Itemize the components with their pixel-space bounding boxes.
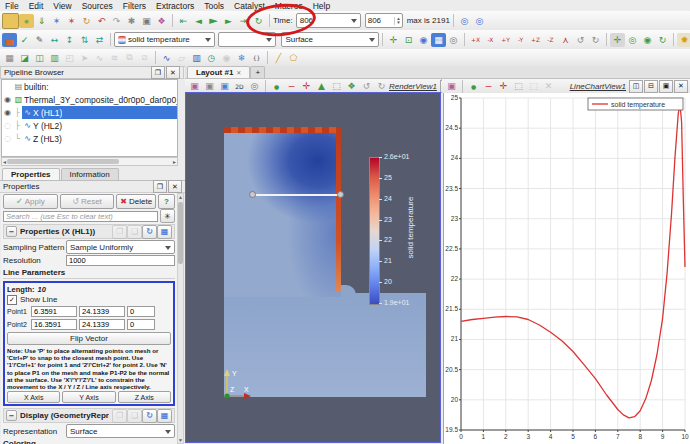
set-view-minus-x-icon[interactable]: -X xyxy=(483,33,498,47)
adjust-camera-icon[interactable]: ▣ xyxy=(187,79,202,93)
group-datasets-icon[interactable]: ⧉ xyxy=(122,51,137,65)
warp-by-vector-icon[interactable]: ≋ xyxy=(107,51,122,65)
pipeline-item[interactable]: ◉├∿X (HL1) xyxy=(2,106,177,119)
select-frustum-icon[interactable]: ▲ xyxy=(314,79,329,93)
save-data-icon[interactable]: ⇓ xyxy=(34,14,49,28)
reset-camera-closest-icon[interactable]: ◉ xyxy=(416,33,431,47)
first-frame-icon[interactable]: ⇤ xyxy=(176,14,191,28)
zoom-closest-to-data-icon[interactable]: ▦ xyxy=(431,33,446,47)
rescale-custom-range-icon[interactable]: ↕ xyxy=(62,33,77,47)
search-input[interactable]: Search ... (use Esc to clear text) xyxy=(3,211,158,222)
settings-icon[interactable]: ✱ xyxy=(124,14,139,28)
extract-subset-icon[interactable]: ◰ xyxy=(62,51,77,65)
programmable-filter-icon[interactable]: {} xyxy=(249,51,264,65)
probe-point2-handle[interactable] xyxy=(337,191,344,198)
headlight-icon[interactable]: ✹ xyxy=(677,33,690,47)
menu-tools[interactable]: Tools xyxy=(199,1,229,11)
toggle-2d-icon[interactable]: 2D xyxy=(232,79,247,93)
float-dock-icon[interactable]: ❐ xyxy=(153,180,167,193)
x-axis-button[interactable]: X Axis xyxy=(7,391,60,403)
paste-properties-icon[interactable]: ❏ xyxy=(127,409,142,423)
menu-catalyst[interactable]: Catalyst xyxy=(229,1,270,11)
previous-frame-icon[interactable]: ◄ xyxy=(191,14,206,28)
interactive-select-icon[interactable]: ❖ xyxy=(344,79,359,93)
zoom-time-in-icon[interactable]: ◎ xyxy=(472,14,487,28)
pipeline-item[interactable]: ◉▧Thermal_3Y_composite_d0r0p0_dar0p0_dm0… xyxy=(2,93,177,106)
edit-colormap-icon[interactable]: ✎ xyxy=(32,33,47,47)
tab-information[interactable]: Information xyxy=(61,168,119,180)
slice-icon[interactable]: ◫ xyxy=(32,51,47,65)
visibility-eye-icon[interactable]: ◌ xyxy=(2,134,13,143)
glyph-icon[interactable]: ➤ xyxy=(77,51,92,65)
reset-defaults-icon[interactable]: ↻ xyxy=(142,409,157,423)
visibility-eye-icon[interactable]: ◉ xyxy=(2,108,13,117)
collapse-icon[interactable]: − xyxy=(6,410,17,421)
point1-x-input[interactable] xyxy=(31,306,77,317)
copy-properties-icon[interactable]: ❐ xyxy=(112,225,127,239)
set-view-plus-y-icon[interactable]: +Y xyxy=(498,33,513,47)
open-file-icon[interactable] xyxy=(2,13,19,29)
load-state-icon[interactable]: ✶ xyxy=(49,14,64,28)
rotate-90-cw-icon[interactable]: ↻ xyxy=(588,33,603,47)
stream-tracer-icon[interactable]: ∿ xyxy=(92,51,107,65)
last-frame-icon[interactable]: ⇥ xyxy=(236,14,251,28)
close-dock-icon[interactable]: ✕ xyxy=(166,66,180,79)
sampling-pattern-combobox[interactable]: Sample Uniformly xyxy=(66,240,175,254)
rescale-temporal-icon[interactable]: ⇅ xyxy=(77,33,92,47)
clear-selection-icon[interactable]: − xyxy=(284,79,299,93)
set-view-plus-z-icon[interactable]: +Z xyxy=(528,33,543,47)
close-dock-icon[interactable]: ✕ xyxy=(168,180,182,193)
point2-x-input[interactable] xyxy=(31,319,77,330)
reset-button[interactable]: ↺ Reset xyxy=(60,194,115,209)
section-display-header[interactable]: − Display (GeometryRepresentation ❐❏↻▦ xyxy=(3,408,175,423)
hover-cells-icon[interactable]: ↻ xyxy=(374,79,389,93)
select-points-on-icon[interactable]: ✛ xyxy=(299,79,314,93)
isometric-view-icon[interactable]: ⋏ xyxy=(558,33,573,47)
point1-z-input[interactable] xyxy=(127,306,155,317)
set-view-plus-x-icon[interactable]: +X xyxy=(468,33,483,47)
show-center-axes-icon[interactable]: ◎ xyxy=(625,33,640,47)
plot-selection-over-time-icon[interactable]: ▱ xyxy=(174,51,189,65)
rescale-visible-icon[interactable]: ⇄ xyxy=(92,33,107,47)
undo-icon[interactable]: ↶ xyxy=(94,14,109,28)
scroll-down-icon[interactable]: ▼ xyxy=(178,437,183,443)
ruler-icon[interactable]: ╱ xyxy=(271,51,286,65)
show-line-checkbox[interactable]: ✓ xyxy=(7,295,17,305)
select-block-icon[interactable]: ⬚ xyxy=(329,79,344,93)
play-icon[interactable]: ► xyxy=(206,14,221,28)
point1-y-input[interactable] xyxy=(79,306,125,317)
component-combobox[interactable] xyxy=(218,32,276,47)
frame-spinbox[interactable]: 806 ▲▼ xyxy=(365,13,403,28)
scroll-track[interactable] xyxy=(7,159,172,164)
reset-camera-icon[interactable]: ✛ xyxy=(386,33,401,47)
calculator-icon[interactable]: ▦ xyxy=(2,51,17,65)
properties-vscrollbar[interactable]: ▲ ▼ xyxy=(177,193,184,444)
palette-icon[interactable]: ❖ xyxy=(154,14,169,28)
box-select-icon[interactable]: ⬚ xyxy=(526,79,541,93)
resolution-input[interactable] xyxy=(66,255,175,266)
plot-data-over-time-icon[interactable]: ◷ xyxy=(204,51,219,65)
screenshot-icon[interactable]: ▣ xyxy=(139,14,154,28)
scroll-up-icon[interactable]: ▲ xyxy=(178,194,183,200)
probe-line[interactable] xyxy=(253,194,341,196)
pipeline-item[interactable]: ◌└∿Z (HL3) xyxy=(2,132,177,145)
pipeline-hscrollbar[interactable]: ◂ ▸ xyxy=(1,157,178,166)
probe-point1-handle[interactable] xyxy=(249,191,256,198)
pick-center-icon[interactable]: ◉ xyxy=(640,33,655,47)
select-cells-on-icon[interactable]: ● xyxy=(269,79,284,93)
menu-view[interactable]: View xyxy=(48,1,76,11)
loop-icon[interactable]: ↻ xyxy=(251,14,266,28)
save-defaults-icon[interactable]: ▦ xyxy=(157,409,172,423)
adjust-camera-icon[interactable]: ▣ xyxy=(444,79,459,93)
pipeline-item[interactable]: ▤builtin: xyxy=(2,80,177,93)
section-properties-header[interactable]: − Properties (X (HL1)) ❐❏↻▦ xyxy=(3,224,175,239)
hover-points-icon[interactable]: ↺ xyxy=(359,79,374,93)
pipeline-item[interactable]: ◌├∿Y (HL2) xyxy=(2,119,177,132)
spinner-arrows-icon[interactable]: ▲▼ xyxy=(394,17,401,25)
next-frame-icon[interactable]: ► xyxy=(221,14,236,28)
maximize-icon[interactable]: ▣ xyxy=(659,80,673,93)
color-legend[interactable]: 2.6e+012524232221201.9e+01 solid tempera… xyxy=(365,147,437,315)
python-calculator-icon[interactable]: ❄ xyxy=(234,51,249,65)
reset-defaults-icon[interactable]: ↻ xyxy=(142,225,157,239)
zoom-hover-icon[interactable]: ◎ xyxy=(247,79,262,93)
